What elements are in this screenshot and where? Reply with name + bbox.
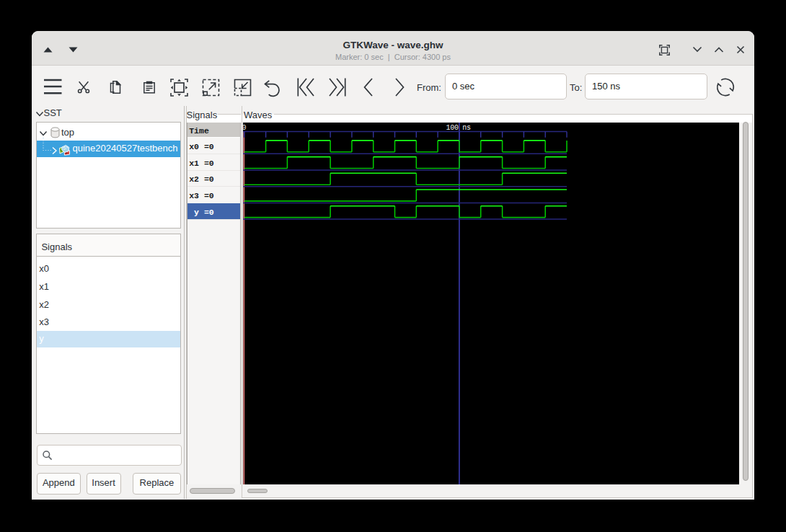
svg-text:100 ns: 100 ns [446,124,472,132]
svg-text:0: 0 [243,124,247,132]
